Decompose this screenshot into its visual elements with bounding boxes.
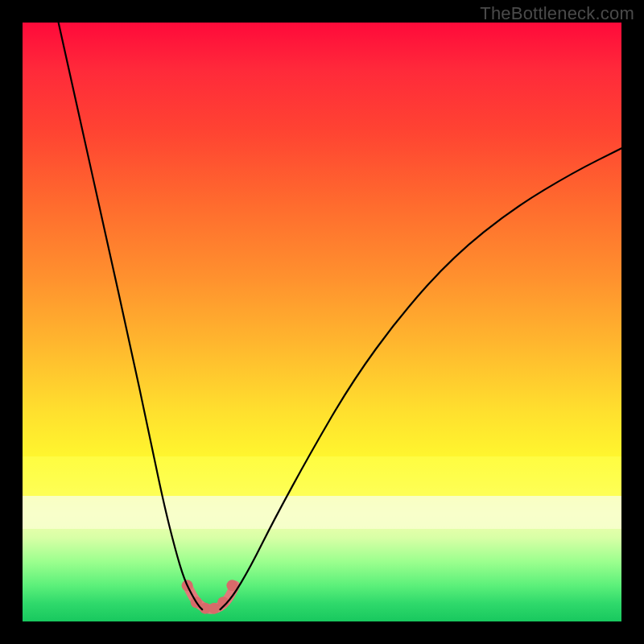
plot-area [23,23,621,621]
left-curve-path [59,23,203,609]
watermark-text: TheBottleneck.com [480,3,634,24]
curves-svg [23,23,621,621]
chart-outer: TheBottleneck.com [0,0,644,644]
right-curve-path [221,148,621,609]
